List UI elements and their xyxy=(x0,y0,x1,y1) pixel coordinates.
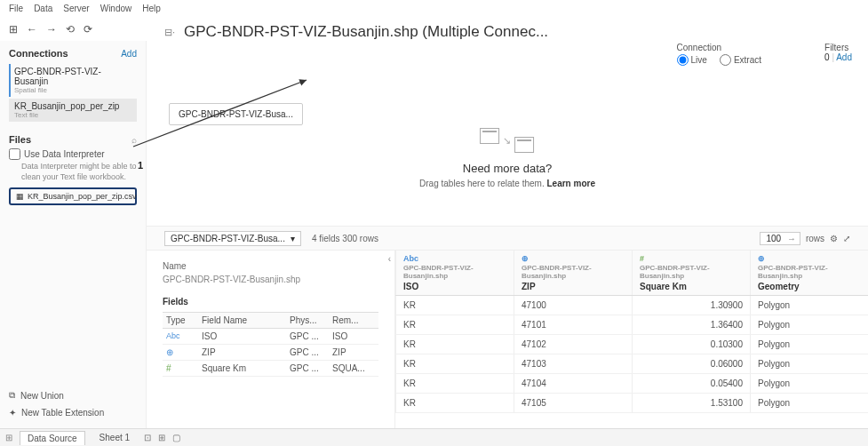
field-row[interactable]: AbcISOGPC ...ISO xyxy=(163,329,378,345)
grid-column-header[interactable]: AbcGPC-BNDR-PST-VIZ-Busanjin.shpISO xyxy=(396,251,514,296)
column-source: GPC-BNDR-PST-VIZ-Busanjin.shp xyxy=(403,264,506,280)
refresh-icon[interactable]: ⟳ xyxy=(84,23,92,36)
union-icon: ⧉ xyxy=(9,390,15,401)
save-icon[interactable]: ⟲ xyxy=(66,23,75,36)
add-datasource-icon[interactable]: ⊞ xyxy=(9,23,18,36)
menu-window[interactable]: Window xyxy=(100,4,132,13)
column-source: GPC-BNDR-PST-VIZ-Busanjin.shp xyxy=(640,264,743,280)
column-type-icon: # xyxy=(640,254,743,263)
grid-cell: 47101 xyxy=(514,315,633,335)
grid-cell: 1.36400 xyxy=(633,315,751,335)
menu-help[interactable]: Help xyxy=(142,4,161,13)
grid-cell: KR xyxy=(396,374,514,394)
table-select-label: GPC-BNDR-PST-VIZ-Busa... xyxy=(171,234,285,243)
grid-row[interactable]: KR471051.53100Polygon xyxy=(396,394,869,413)
menu-bar: File Data Server Window Help xyxy=(0,0,868,17)
left-panel: Connections Add GPC-BNDR-PST-VIZ-Busanji… xyxy=(0,41,147,428)
settings-icon[interactable]: ⚙ xyxy=(830,234,838,243)
grid-column-header[interactable]: #GPC-BNDR-PST-VIZ-Busanjin.shpSquare Km xyxy=(633,251,751,296)
grid-cell: KR xyxy=(396,315,514,335)
column-type-icon: ⊕ xyxy=(522,254,625,263)
search-icon[interactable]: ⌕ xyxy=(131,135,137,145)
extension-icon: ✦ xyxy=(9,408,16,418)
learn-more-link[interactable]: Learn more xyxy=(546,179,594,188)
new-table-extension-link[interactable]: ✦ New Table Extension xyxy=(9,404,104,421)
data-grid[interactable]: AbcGPC-BNDR-PST-VIZ-Busanjin.shpISO⊕GPC-… xyxy=(395,251,868,428)
connection-item-spatial[interactable]: GPC-BNDR-PST-VIZ-Busanjin Spatial file xyxy=(9,64,137,97)
col-type-header: Type xyxy=(166,315,202,325)
column-name: Square Km xyxy=(640,282,743,291)
grid-cell: KR xyxy=(396,296,514,315)
file-entry-label: KR_Busanjin_pop_per_zip.csv xyxy=(28,192,137,201)
grid-row[interactable]: KR471030.06000Polygon xyxy=(396,354,869,374)
rows-label: rows xyxy=(806,234,824,243)
grid-row[interactable]: KR471011.36400Polygon xyxy=(396,315,869,335)
name-value: GPC-BNDR-PST-VIZ-Busanjin.shp xyxy=(163,275,378,284)
grid-cell: Polygon xyxy=(751,354,869,374)
name-label: Name xyxy=(163,261,378,271)
type-icon: Abc xyxy=(166,331,202,341)
field-name: ZIP xyxy=(202,347,290,357)
file-entry[interactable]: ▦ KR_Busanjin_pop_per_zip.csv xyxy=(9,187,137,205)
table-select-dropdown[interactable]: GPC-BNDR-PST-VIZ-Busa... ▾ xyxy=(164,231,301,246)
new-dashboard-icon[interactable]: ⊞ xyxy=(158,433,165,442)
connection-name: GPC-BNDR-PST-VIZ-Busanjin xyxy=(14,67,133,86)
menu-server[interactable]: Server xyxy=(63,4,89,13)
grid-row[interactable]: KR471040.05400Polygon xyxy=(396,374,869,394)
grid-cell: KR xyxy=(396,335,514,354)
new-union-label: New Union xyxy=(20,391,64,401)
main-area: ⊟· GPC-BNDR-PST-VIZ-Busanjin.shp (Multip… xyxy=(147,16,868,428)
col-phys-header: Phys... xyxy=(290,315,332,325)
field-rem: ISO xyxy=(332,331,375,341)
new-worksheet-icon[interactable]: ⊡ xyxy=(144,433,151,442)
grid-row[interactable]: KR471020.10300Polygon xyxy=(396,335,869,354)
grid-row[interactable]: KR471001.30900Polygon xyxy=(396,296,869,315)
detail-area: ‹ Name GPC-BNDR-PST-VIZ-Busanjin.shp Fie… xyxy=(147,251,868,428)
menu-file[interactable]: File xyxy=(9,4,23,13)
use-interpreter-checkbox[interactable] xyxy=(9,148,20,160)
field-name: Square Km xyxy=(202,363,290,373)
rows-limit-input[interactable]: 100 → xyxy=(760,232,800,245)
expand-icon[interactable]: ⤢ xyxy=(843,234,850,243)
logical-table-node[interactable]: GPC-BNDR-PST-VIZ-Busa... xyxy=(169,103,303,125)
type-icon: # xyxy=(166,363,202,373)
table-glyph-icon xyxy=(480,128,499,144)
add-connection-link[interactable]: Add xyxy=(121,49,137,59)
collapse-icon[interactable]: ‹ xyxy=(388,254,391,264)
arrow-right-icon: → xyxy=(787,234,796,243)
grid-cell: 0.06000 xyxy=(633,354,751,374)
datasource-tab-icon: ⊞ xyxy=(5,433,12,442)
tab-datasource[interactable]: Data Source xyxy=(20,431,85,445)
field-row[interactable]: #Square KmGPC ...SQUA... xyxy=(163,361,378,377)
grid-column-header[interactable]: ⊕GPC-BNDR-PST-VIZ-Busanjin.shpGeometry xyxy=(751,251,869,296)
col-fieldname-header: Field Name xyxy=(202,315,290,325)
chevron-down-icon: ▾ xyxy=(291,234,295,243)
connection-type: Text file xyxy=(14,111,133,119)
grid-column-header[interactable]: ⊕GPC-BNDR-PST-VIZ-Busanjin.shpZIP xyxy=(514,251,633,296)
connection-item-text[interactable]: KR_Busanjin_pop_per_zip Text file xyxy=(9,99,137,122)
column-name: Geometry xyxy=(758,282,861,291)
type-icon: ⊕ xyxy=(166,347,202,357)
grid-cell: 47105 xyxy=(514,394,633,413)
grid-cell: Polygon xyxy=(751,374,869,394)
col-rem-header: Rem... xyxy=(332,315,375,325)
grid-cell: 47100 xyxy=(514,296,633,315)
new-story-icon[interactable]: ▢ xyxy=(172,433,180,442)
table-details-panel: ‹ Name GPC-BNDR-PST-VIZ-Busanjin.shp Fie… xyxy=(147,251,395,428)
datasource-icon: ⊟· xyxy=(164,27,175,38)
field-row[interactable]: ⊕ZIPGPC ...ZIP xyxy=(163,345,378,361)
connection-name: KR_Busanjin_pop_per_zip xyxy=(14,101,133,111)
tab-sheet1[interactable]: Sheet 1 xyxy=(92,431,137,444)
grid-cell: 1.53100 xyxy=(633,394,751,413)
forward-icon[interactable]: → xyxy=(46,23,57,36)
menu-data[interactable]: Data xyxy=(34,4,52,13)
field-phys: GPC ... xyxy=(290,331,332,341)
back-icon[interactable]: ← xyxy=(27,23,37,36)
field-rem: SQUA... xyxy=(332,363,375,373)
new-union-link[interactable]: ⧉ New Union xyxy=(9,386,104,404)
field-phys: GPC ... xyxy=(290,347,332,357)
grid-cell: Polygon xyxy=(751,394,869,413)
grid-cell: Polygon xyxy=(751,296,869,315)
column-type-icon: ⊕ xyxy=(758,254,861,263)
data-model-canvas[interactable]: GPC-BNDR-PST-VIZ-Busa... ↘ Need more dat… xyxy=(147,48,868,226)
